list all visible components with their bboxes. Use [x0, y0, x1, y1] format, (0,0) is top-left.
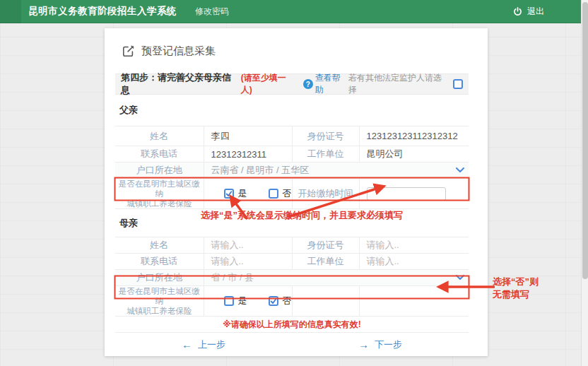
page-title: 预登记信息采集: [141, 45, 216, 58]
scrollbar[interactable]: [581, 0, 588, 366]
father-id-label: 身份证号: [292, 126, 359, 146]
mother-phone-input[interactable]: 请输入..: [204, 254, 292, 270]
page-header: 预登记信息采集: [115, 28, 469, 73]
mother-id-label: 身份证号: [292, 237, 359, 254]
start-time-input[interactable]: [367, 187, 446, 201]
change-password-link[interactable]: 修改密码: [195, 6, 229, 18]
mother-residence-label: 户口所在地: [115, 270, 204, 286]
mother-table: 姓名 请输入.. 身份证号 请输入.. 联系电话 请输入.. 工作单位 请输入.…: [115, 237, 469, 317]
guardian-checkbox[interactable]: [453, 79, 463, 89]
app-title: 昆明市义务教育阶段招生入学系统: [28, 5, 177, 18]
father-name-label: 姓名: [115, 126, 204, 146]
nav-row: ← 上一步 → 下一步: [115, 332, 469, 356]
help-icon[interactable]: ?: [303, 79, 313, 89]
father-phone-value[interactable]: 12312312311: [204, 146, 292, 163]
start-time-cell: [359, 179, 469, 209]
next-step-button[interactable]: → 下一步: [358, 338, 402, 351]
next-step-label: 下一步: [375, 338, 402, 351]
chevron-down-icon[interactable]: [456, 167, 464, 173]
validity-warning: ※请确保以上所填写的信息真实有效!: [115, 317, 469, 332]
father-work-label: 工作单位: [292, 146, 359, 163]
father-yes-checkbox[interactable]: [224, 189, 234, 199]
table-row: 户口所在地 云南省 / 昆明市 / 五华区: [115, 163, 469, 179]
father-insurance-options: 是 否: [204, 179, 292, 209]
mother-residence-value: 省 / 市 / 县: [211, 272, 254, 283]
check-icon: [225, 190, 233, 198]
father-id-value[interactable]: 123123123112312312: [359, 126, 469, 146]
step-note: (请至少填一人): [241, 72, 297, 96]
father-residence-value: 云南省 / 昆明市 / 五华区: [211, 165, 310, 175]
mother-work-label: 工作单位: [292, 254, 359, 270]
mother-yes-checkbox[interactable]: [224, 296, 234, 306]
scrollbar-thumb[interactable]: [582, 2, 588, 279]
father-residence-label: 户口所在地: [115, 163, 204, 179]
right-arrow-icon: →: [358, 338, 369, 350]
mother-insurance-label: 是否在昆明市主城区缴纳 城镇职工养老保险: [115, 286, 204, 317]
mother-work-input[interactable]: 请输入..: [359, 254, 469, 270]
left-arrow-icon: ←: [182, 338, 192, 350]
table-row: 姓名 李四 身份证号 123123123112312312: [115, 126, 469, 146]
prev-step-label: 上一步: [198, 338, 225, 351]
mother-insurance-row: 是否在昆明市主城区缴纳 城镇职工养老保险 是 否: [115, 286, 469, 317]
mother-section-title: 母亲: [115, 209, 469, 237]
yes-label: 是: [238, 295, 247, 307]
mother-annotation-text: 选择“否”则 无需填写: [493, 276, 539, 301]
logout-label: 退出: [527, 6, 544, 18]
yes-label: 是: [238, 187, 247, 200]
table-row: 联系电话 请输入.. 工作单位 请输入..: [115, 254, 469, 270]
table-row: 姓名 请输入.. 身份证号 请输入..: [115, 237, 469, 254]
father-insurance-label: 是否在昆明市主城区缴纳 城镇职工养老保险: [115, 179, 204, 209]
mother-phone-label: 联系电话: [115, 254, 204, 270]
check-icon: [270, 297, 277, 305]
topbar: 昆明市义务教育阶段招生入学系统 修改密码 退出: [0, 0, 581, 23]
mother-annotation-line2: 无需填写: [493, 288, 539, 301]
father-section-title: 父亲: [115, 95, 469, 126]
logout-button[interactable]: 退出: [513, 6, 544, 18]
mother-insurance-options: 是 否: [204, 286, 292, 317]
form-card: 预登记信息采集 第四步：请完善父亲母亲信息 (请至少填一人) ? 查看帮助 若有…: [105, 28, 488, 356]
mother-name-label: 姓名: [115, 237, 204, 254]
table-row: 联系电话 12312312311 工作单位 昆明公司: [115, 146, 469, 163]
father-table: 姓名 李四 身份证号 123123123112312312 联系电话 12312…: [115, 126, 469, 209]
power-icon: [513, 7, 522, 16]
father-name-value[interactable]: 李四: [204, 126, 292, 146]
father-work-value[interactable]: 昆明公司: [359, 146, 469, 163]
father-insurance-row: 是否在昆明市主城区缴纳 城镇职工养老保险 是 否 开始缴纳时间: [115, 179, 469, 209]
step-title: 第四步：请完善父亲母亲信息: [121, 71, 239, 97]
no-label: 否: [283, 187, 292, 200]
prev-step-button[interactable]: ← 上一步: [182, 338, 225, 351]
no-label: 否: [283, 295, 292, 307]
mother-id-input[interactable]: 请输入..: [359, 237, 469, 254]
father-phone-label: 联系电话: [115, 146, 204, 163]
edit-icon: [122, 45, 135, 57]
start-time-label: 开始缴纳时间: [292, 179, 359, 209]
table-row: 户口所在地 省 / 市 / 县: [115, 270, 469, 286]
step-header: 第四步：请完善父亲母亲信息 (请至少填一人) ? 查看帮助 若有其他法定监护人请…: [115, 73, 469, 95]
guardian-option-label: 若有其他法定监护人请选择: [348, 72, 449, 96]
mother-residence-select[interactable]: 省 / 市 / 县: [204, 270, 469, 286]
mother-no-checkbox[interactable]: [269, 296, 278, 306]
topbar-accent: [0, 0, 21, 23]
help-link[interactable]: 查看帮助: [315, 72, 348, 96]
empty-cell: [359, 286, 469, 317]
father-residence-select[interactable]: 云南省 / 昆明市 / 五华区: [204, 163, 469, 179]
chevron-down-icon[interactable]: [456, 275, 464, 281]
mother-annotation-line1: 选择“否”则: [493, 276, 539, 288]
empty-cell: [292, 286, 359, 317]
father-no-checkbox[interactable]: [269, 189, 278, 199]
mother-name-input[interactable]: 请输入..: [204, 237, 292, 254]
